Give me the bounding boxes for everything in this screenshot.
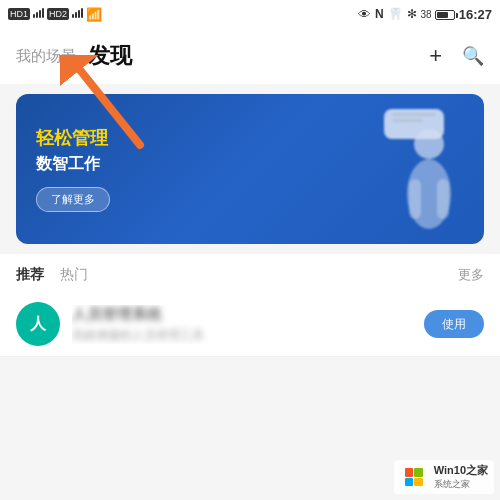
item-name: 人员管理系统	[72, 305, 424, 324]
banner-figure	[384, 124, 474, 244]
win10-logo	[400, 463, 428, 491]
banner: 轻松管理 数智工作 了解更多	[16, 94, 484, 244]
search-button[interactable]: 🔍	[462, 45, 484, 67]
wifi-icon: 📶	[86, 7, 102, 22]
network1-label: HD1	[8, 8, 30, 20]
item-desc: 高效便捷的人员管理工具	[72, 327, 424, 344]
add-button[interactable]: +	[429, 43, 442, 69]
list-item: 人 人员管理系统 高效便捷的人员管理工具 使用	[0, 292, 500, 357]
watermark-text: Win10之家 系统之家	[434, 463, 488, 491]
header-left: 我的场景 发现	[16, 41, 132, 71]
section-tabs: 推荐 热门	[16, 266, 88, 284]
watermark-line1: Win10之家	[434, 463, 488, 478]
svg-point-0	[414, 129, 444, 159]
list-section: 推荐 热门 更多 人 人员管理系统 高效便捷的人员管理工具 使用	[0, 254, 500, 357]
section-header: 推荐 热门 更多	[0, 254, 500, 292]
network2-label: HD2	[47, 8, 69, 20]
battery-percent: 38	[421, 9, 432, 20]
banner-title-line2: 数智工作	[36, 154, 334, 175]
svg-rect-3	[437, 179, 449, 219]
watermark-line2: 系统之家	[434, 478, 488, 491]
item-avatar: 人	[16, 302, 60, 346]
clock: 16:27	[459, 7, 492, 22]
header-right: + 🔍	[429, 43, 484, 69]
banner-button[interactable]: 了解更多	[36, 187, 110, 212]
banner-title-line1: 轻松管理	[36, 126, 334, 150]
status-bar: HD1 HD2 📶 👁 N 🦷 ✻ 38	[0, 0, 500, 28]
bluetooth2-icon: ✻	[407, 7, 417, 21]
item-action-button[interactable]: 使用	[424, 310, 484, 338]
watermark: Win10之家 系统之家	[394, 460, 494, 494]
more-link[interactable]: 更多	[458, 266, 484, 284]
tab-hot[interactable]: 热门	[60, 266, 88, 284]
header: 我的场景 发现 + 🔍	[0, 28, 500, 84]
tab-recommend[interactable]: 推荐	[16, 266, 44, 284]
svg-rect-2	[409, 179, 421, 219]
battery-icon: 38	[421, 8, 455, 20]
banner-content: 轻松管理 数智工作 了解更多	[16, 106, 354, 232]
status-left: HD1 HD2 📶	[8, 7, 102, 22]
signal2-icon	[72, 8, 83, 20]
discover-text: 发现	[88, 41, 132, 71]
item-info: 人员管理系统 高效便捷的人员管理工具	[72, 305, 424, 344]
nfc-icon: N	[375, 7, 384, 21]
eye-icon: 👁	[358, 7, 371, 22]
status-right: 👁 N 🦷 ✻ 38 16:27	[358, 7, 492, 22]
bluetooth-icon: 🦷	[388, 7, 403, 21]
banner-image	[354, 94, 484, 244]
signal1-icon	[33, 8, 44, 20]
my-scene-text[interactable]: 我的场景	[16, 47, 76, 66]
